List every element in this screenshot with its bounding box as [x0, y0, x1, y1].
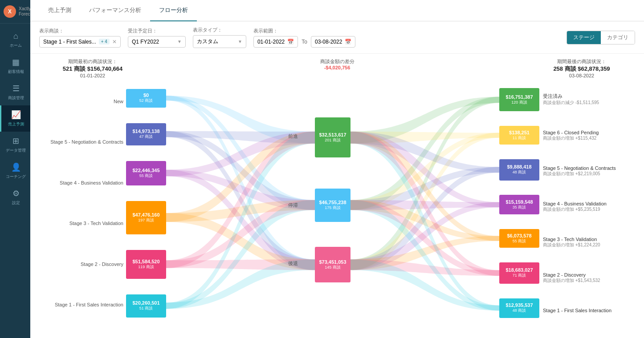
- bar-amount: $15,159,548: [505, 199, 533, 205]
- right-bar-node[interactable]: $16,751,387120 商談: [499, 88, 539, 111]
- left-header-deals: 521 商談 $156,740,664: [48, 65, 137, 73]
- left-header: 期間最初の商談状況： 521 商談 $156,740,664 01-01-202…: [48, 58, 137, 78]
- left-bar-node[interactable]: $20,260,50151 商談: [126, 294, 166, 318]
- bar-count: 71 商談: [513, 273, 526, 278]
- bar-amount: $18,683,027: [505, 267, 533, 273]
- type-arrow-icon: ▼: [238, 39, 242, 44]
- tab-item[interactable]: パフォーマンス分析: [80, 0, 150, 21]
- controls-bar: 表示商談： Stage 1 - First Sales... + 4 ✕ 受注予…: [30, 21, 644, 54]
- range-separator: To: [302, 39, 307, 45]
- left-bar-node[interactable]: $052 商談: [126, 89, 166, 108]
- sidebar: X Xactly Forecasting ⌂ホーム▦顧客情報☰商談管理📈売上予測…: [0, 0, 30, 338]
- opportunity-label: 表示商談：: [39, 28, 121, 34]
- left-bar-node[interactable]: $47,476,160197 商談: [126, 201, 166, 234]
- right-bar-node[interactable]: $6,073,57855 商談: [499, 229, 539, 248]
- date-range-group: 01-01-2022 📅 To 03-08-2022 📅: [253, 36, 355, 48]
- bar-count: 48 商談: [513, 169, 526, 175]
- bar-count: 47 商談: [139, 134, 153, 140]
- nav-icon: ☰: [12, 84, 20, 93]
- right-stage-sub: 商談金額の増加 +$1,543,532: [543, 278, 635, 284]
- sidebar-item[interactable]: ⊞データ管理: [0, 132, 30, 158]
- left-stage-label: Stage 1 - First Sales Interaction: [39, 300, 123, 309]
- opportunity-filter: 表示商談： Stage 1 - First Sales... + 4 ✕: [39, 28, 121, 48]
- bar-count: 48 商談: [513, 308, 526, 314]
- bar-count: 197 商談: [138, 217, 154, 223]
- nav-icon: 👤: [11, 162, 21, 172]
- range-from-input[interactable]: 01-01-2022 📅: [253, 36, 298, 48]
- right-bar-node[interactable]: $12,935,53748 商談: [499, 298, 539, 318]
- right-stage-name: Stage 4 - Business Validation: [543, 201, 635, 206]
- left-header-label: 期間最初の商談状況：: [48, 58, 137, 65]
- date-label: 受注予定日：: [128, 28, 186, 34]
- right-stage-sub: 商談金額の増加 +$2,219,005: [543, 171, 635, 177]
- right-bar-nodes: $16,751,387120 商談$138,25111 商談$9,888,418…: [499, 81, 539, 325]
- left-bar-node[interactable]: $22,446,34555 商談: [126, 161, 166, 185]
- bar-amount: $22,446,345: [132, 168, 159, 173]
- left-bar-node[interactable]: $14,973,13847 商談: [126, 123, 166, 145]
- nav-label: 顧客情報: [8, 69, 24, 75]
- logo-icon: X: [4, 5, 16, 18]
- left-stage-label: New: [39, 97, 123, 106]
- date-value: Q1 FY2022: [132, 39, 159, 45]
- opportunity-input[interactable]: Stage 1 - First Sales... + 4 ✕: [39, 36, 121, 48]
- nav-icon: ⌂: [13, 32, 18, 41]
- nav-icon: ⚙: [12, 189, 20, 198]
- right-bar-node[interactable]: $9,888,41848 商談: [499, 159, 539, 181]
- center-header: 商談金額の差分 -$4,020,756: [320, 58, 355, 70]
- range-to-value: 03-08-2022: [315, 39, 342, 45]
- bar-count: 55 商談: [139, 173, 153, 179]
- sidebar-item[interactable]: ▦顧客情報: [0, 53, 30, 79]
- left-bar-node[interactable]: $51,584,520119 商談: [126, 250, 166, 279]
- right-bar-node[interactable]: $138,25111 商談: [499, 126, 539, 145]
- opportunity-clear-icon[interactable]: ✕: [112, 39, 117, 45]
- type-filter: 表示タイプ： カスタム ▼: [193, 27, 246, 48]
- bar-amount: $9,888,418: [507, 164, 531, 169]
- right-stage-sub: 商談金額の増加 +$115,432: [543, 135, 635, 141]
- sidebar-item[interactable]: ⚙設定: [0, 184, 30, 210]
- date-arrow-icon: ▼: [177, 39, 182, 44]
- opportunity-tag: + 4: [99, 39, 110, 44]
- sidebar-item[interactable]: ☰商談管理: [0, 79, 30, 105]
- right-bar-node[interactable]: $15,159,54835 商談: [499, 195, 539, 214]
- range-from-value: 01-01-2022: [257, 39, 285, 45]
- stage-toggle-button[interactable]: ステージ: [567, 31, 601, 44]
- date-input[interactable]: Q1 FY2022 ▼: [128, 36, 186, 48]
- bar-count: 120 商談: [511, 100, 527, 105]
- tab-item[interactable]: フロー分析: [150, 0, 197, 21]
- nav-label: 設定: [12, 200, 20, 206]
- right-header-deals: 258 商談 $62,878,359: [537, 65, 626, 73]
- left-bar-nodes: $052 商談$14,973,13847 商談$22,446,34555 商談$…: [126, 81, 166, 325]
- right-stage-name: Stage 6 - Closed Pending: [543, 130, 635, 135]
- range-to-input[interactable]: 03-08-2022 📅: [311, 36, 355, 48]
- bar-count: 55 商談: [513, 238, 526, 244]
- bar-amount: $16,751,387: [505, 94, 533, 100]
- right-stage-label: Stage 2 - Discovery商談金額の増加 +$1,543,532: [543, 271, 635, 285]
- nav-icon: ▦: [12, 57, 20, 67]
- right-bar-node[interactable]: $18,683,02771 商談: [499, 262, 539, 284]
- right-stage-labels: 受注済み商談金額の減少 -$1,511,595Stage 6 - Closed …: [539, 81, 635, 325]
- sidebar-item[interactable]: 📈売上予測: [0, 105, 30, 132]
- category-toggle-button[interactable]: カテゴリ: [601, 31, 635, 44]
- calendar-from-icon[interactable]: 📅: [287, 39, 294, 45]
- nav-label: データ管理: [6, 148, 26, 153]
- nav-label: コーチング: [6, 174, 26, 180]
- type-label: 表示タイプ：: [193, 27, 246, 33]
- left-stage-label: Stage 5 - Negotiation & Contracts: [39, 137, 123, 146]
- sidebar-item[interactable]: 👤コーチング: [0, 158, 30, 184]
- left-stage-label: Stage 3 - Tech Validation: [39, 219, 123, 228]
- right-header: 期間最後の商談状況： 258 商談 $62,878,359 03-08-2022: [537, 58, 626, 78]
- right-stage-sub: 商談金額の減少 -$1,511,595: [543, 100, 635, 106]
- calendar-to-icon[interactable]: 📅: [345, 39, 351, 45]
- type-input[interactable]: カスタム ▼: [193, 35, 246, 48]
- main-content: 売上予測パフォーマンス分析フロー分析 表示商談： Stage 1 - First…: [30, 0, 644, 338]
- right-stage-label: Stage 4 - Business Validation商談金額の増加 +$5…: [543, 200, 635, 213]
- tab-item[interactable]: 売上予測: [39, 0, 80, 21]
- right-stage-sub: 商談金額の増加 +$1,224,220: [543, 242, 635, 248]
- sidebar-item[interactable]: ⌂ホーム: [0, 27, 30, 53]
- right-stage-label: Stage 1 - First Sales Interaction: [543, 307, 635, 314]
- bar-amount: $51,584,520: [132, 259, 159, 264]
- bar-amount: $138,251: [509, 130, 530, 135]
- right-stage-name: 受注済み: [543, 93, 635, 100]
- nav-label: 売上予測: [8, 121, 24, 127]
- right-stage-label: Stage 3 - Tech Validation商談金額の増加 +$1,224…: [543, 236, 635, 249]
